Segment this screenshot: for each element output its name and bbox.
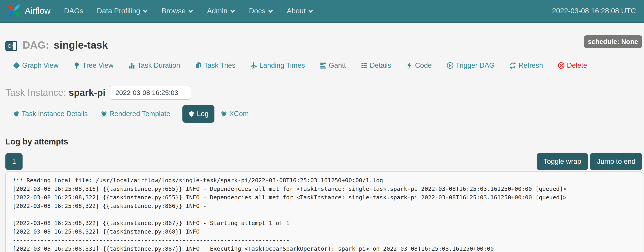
- play-circle-icon: [447, 62, 454, 69]
- navbar-item[interactable]: Admin: [207, 7, 236, 15]
- navbar-item-label: Docs: [249, 7, 266, 15]
- dag-title-prefix: DAG:: [22, 39, 49, 51]
- ti-action-label: Rendered Template: [109, 110, 170, 118]
- dag-tab[interactable]: Refresh: [510, 61, 543, 70]
- log-line: [2022-03-08 16:25:08,322] {{taskinstance…: [13, 202, 642, 210]
- navbar-item[interactable]: Data Profiling: [97, 7, 148, 15]
- log-line: *** Reading local file: /usr/local/airfl…: [13, 176, 642, 184]
- log-line: ----------------------------------------…: [13, 210, 642, 219]
- ti-action-label: XCom: [229, 110, 249, 118]
- log-section-heading: Log by attempts: [6, 137, 642, 146]
- navbar-item-label: Data Profiling: [97, 7, 140, 15]
- dag-tab-label: Tree View: [82, 61, 114, 70]
- bar-chart-icon: [128, 62, 135, 69]
- dag-tab[interactable]: Task Tries: [195, 61, 236, 70]
- navbar: Airflow DAGs Data Profiling Browse Admin…: [0, 0, 644, 23]
- caret-down-icon: [188, 9, 194, 13]
- navbar-menu: DAGs Data Profiling Browse Admin Docs Ab…: [50, 7, 314, 15]
- dag-tab-label: Details: [370, 61, 391, 70]
- dag-tab[interactable]: Graph View: [13, 61, 58, 70]
- dag-tab[interactable]: Task Duration: [128, 61, 180, 70]
- dag-pause-toggle[interactable]: On: [6, 41, 17, 51]
- dag-view-tabs: Graph View Tree View Task Duration Task …: [6, 61, 642, 70]
- dag-tab-label: Landing Times: [259, 61, 305, 70]
- navbar-item[interactable]: Browse: [162, 7, 194, 15]
- divider: [6, 76, 642, 76]
- log-line: [2022-03-08 16:25:08,316] {{taskinstance…: [13, 184, 642, 193]
- caret-down-icon: [268, 9, 273, 13]
- gantt-icon: [320, 62, 326, 69]
- utc-clock: 2022-03-08 16:28:08 UTC: [552, 7, 636, 15]
- tree-icon: [73, 62, 80, 69]
- bolt-icon: [406, 62, 413, 69]
- toggle-knob: [13, 42, 16, 50]
- dag-tab-label: Refresh: [518, 61, 543, 70]
- page-title: DAG: single-task: [22, 39, 108, 51]
- dag-tab-label: Trigger DAG: [456, 61, 495, 70]
- schedule-badge: schedule: None: [584, 35, 642, 48]
- jump-to-end-button[interactable]: Jump to end: [590, 153, 642, 170]
- dag-tab[interactable]: Delete: [558, 61, 587, 70]
- dag-name: single-task: [54, 39, 108, 51]
- dag-tab-label: Delete: [567, 61, 587, 70]
- dag-tab[interactable]: Landing Times: [250, 61, 305, 70]
- log-output[interactable]: *** Reading local file: /usr/local/airfl…: [6, 171, 642, 252]
- refresh-icon: [510, 62, 516, 69]
- attempt-tabs: 1: [6, 153, 22, 170]
- ti-action-label: Log: [197, 110, 208, 118]
- task-instance-label: Task Instance:: [6, 87, 66, 98]
- task-instance-row: Task Instance: spark-pi: [6, 86, 642, 100]
- dag-title-row: On DAG: single-task schedule: None: [6, 35, 642, 51]
- list-icon: [361, 62, 368, 69]
- navbar-item[interactable]: DAGs: [64, 7, 83, 15]
- dag-tab[interactable]: Code: [406, 61, 432, 70]
- ti-action-tab[interactable]: Rendered Template: [101, 110, 170, 118]
- caret-down-icon: [142, 9, 148, 13]
- navbar-item[interactable]: Docs: [249, 7, 273, 15]
- navbar-item[interactable]: About: [287, 7, 314, 15]
- dag-tab[interactable]: Tree View: [73, 61, 114, 70]
- dag-tab-label: Task Tries: [204, 61, 236, 70]
- burst-icon: [13, 62, 20, 69]
- dag-tab[interactable]: Details: [361, 61, 391, 70]
- burst-icon: [101, 111, 107, 117]
- burst-icon: [188, 111, 194, 117]
- airflow-logo-icon: [6, 3, 21, 18]
- dag-tab[interactable]: Gantt: [320, 61, 346, 70]
- delete-icon: [558, 62, 565, 69]
- copy-icon: [195, 62, 202, 69]
- ti-action-label: Task Instance Details: [22, 110, 88, 118]
- navbar-item-label: DAGs: [64, 7, 83, 15]
- dag-tab-label: Task Duration: [137, 61, 180, 70]
- attempt-tab[interactable]: 1: [6, 153, 22, 170]
- log-line: [2022-03-08 16:25:08,322] {{taskinstance…: [13, 193, 642, 202]
- task-name: spark-pi: [68, 87, 105, 98]
- log-line: [2022-03-08 16:25:08,322] {{taskinstance…: [13, 219, 642, 227]
- navbar-item-label: About: [287, 7, 306, 15]
- dag-tab-label: Gantt: [329, 61, 346, 70]
- ti-action-tab[interactable]: Log: [182, 105, 214, 123]
- plane-icon: [250, 62, 257, 69]
- dag-tab-label: Graph View: [22, 61, 58, 70]
- log-line: [2022-03-08 16:25:08,322] {{taskinstance…: [13, 227, 642, 236]
- caret-down-icon: [308, 9, 314, 13]
- log-line: ----------------------------------------…: [13, 236, 642, 244]
- log-line: [2022-03-08 16:25:08,331] {{taskinstance…: [13, 244, 642, 252]
- burst-icon: [13, 111, 20, 117]
- execution-date-input[interactable]: [110, 86, 191, 100]
- burst-icon: [221, 111, 227, 117]
- airflow-brand[interactable]: Airflow: [6, 3, 50, 18]
- caret-down-icon: [230, 9, 236, 13]
- toggle-wrap-button[interactable]: Toggle wrap: [537, 153, 588, 170]
- brand-label: Airflow: [25, 6, 50, 16]
- dag-tab[interactable]: Trigger DAG: [447, 61, 495, 70]
- dag-tab-label: Code: [415, 61, 432, 70]
- log-controls: Toggle wrap Jump to end: [537, 153, 642, 170]
- navbar-item-label: Browse: [162, 7, 186, 15]
- ti-action-tab[interactable]: Task Instance Details: [13, 110, 88, 118]
- task-instance-actions: Task Instance Details Rendered Template …: [6, 105, 642, 123]
- log-attempts-row: 1 Toggle wrap Jump to end: [6, 153, 642, 170]
- ti-action-tab[interactable]: XCom: [221, 110, 249, 118]
- main-content: On DAG: single-task schedule: None Graph…: [0, 35, 644, 252]
- navbar-item-label: Admin: [207, 7, 228, 15]
